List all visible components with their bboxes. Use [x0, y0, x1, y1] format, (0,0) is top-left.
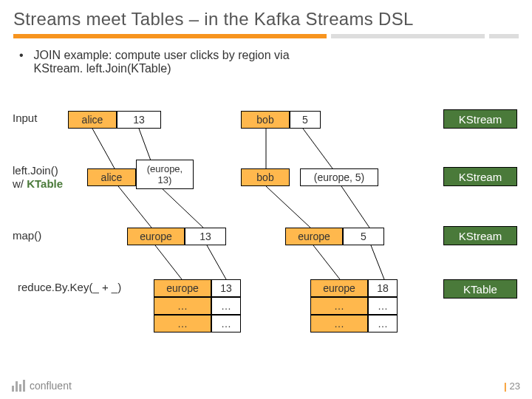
cell-lj-e5: (europe, 5)	[300, 168, 378, 186]
cell-lj-alice: alice	[87, 168, 136, 186]
cell-r1-r0: …	[310, 297, 368, 315]
cell-r2-r0: …	[310, 315, 368, 332]
bullet-dot: •	[19, 49, 24, 75]
svg-line-11	[371, 245, 384, 279]
cell-map-5: 5	[343, 228, 384, 245]
svg-line-3	[303, 129, 332, 168]
cell-map-13: 13	[185, 228, 226, 245]
cell-r0-r0: europe	[310, 279, 368, 297]
badge-input: KStream	[443, 109, 517, 129]
bullet-line-2: KStream. left.Join(KTable)	[34, 62, 290, 75]
cell-r1-r1: …	[368, 297, 398, 315]
logo: confluent	[12, 380, 72, 392]
label-input: Input	[13, 112, 37, 124]
svg-line-8	[155, 245, 182, 279]
badge-map: KStream	[443, 226, 517, 245]
cell-input-bob: bob	[241, 111, 290, 129]
badge-leftjoin: KStream	[443, 167, 517, 186]
slide-title: Streams meet Tables – in the Kafka Strea…	[0, 0, 532, 34]
cell-input-13: 13	[117, 111, 161, 129]
footer: confluent |23	[0, 372, 532, 399]
page-number: |23	[504, 381, 520, 392]
svg-line-5	[160, 186, 203, 228]
cell-input-5: 5	[290, 111, 321, 129]
logo-icon	[12, 380, 25, 392]
cell-r0-r1: 18	[368, 279, 398, 297]
cell-r2-r1: …	[368, 315, 398, 332]
bullet-line-1: JOIN example: compute user clicks by reg…	[34, 49, 290, 62]
svg-line-10	[313, 245, 340, 279]
cell-map-e2: europe	[285, 228, 343, 245]
cell-r2-l0: …	[154, 315, 211, 332]
cell-r1-l1: …	[211, 297, 241, 315]
cell-lj-e13: (europe, 13)	[136, 160, 194, 189]
label-reduce: reduce.By.Key(_ + _)	[18, 281, 121, 293]
label-map: map()	[13, 229, 41, 242]
svg-line-9	[207, 245, 226, 279]
svg-line-6	[266, 186, 310, 228]
label-leftjoin-2: w/ KTable	[13, 177, 63, 190]
svg-line-4	[118, 186, 151, 228]
cell-r0-l1: 13	[211, 279, 241, 297]
bullet-item: • JOIN example: compute user clicks by r…	[0, 38, 532, 78]
cell-map-e1: europe	[127, 228, 185, 245]
cell-lj-bob: bob	[241, 168, 290, 186]
cell-r2-l1: …	[211, 315, 241, 332]
brand-text: confluent	[30, 380, 72, 392]
title-underline	[13, 34, 519, 38]
cell-input-alice: alice	[68, 111, 117, 129]
cell-r1-l0: …	[154, 297, 211, 315]
svg-line-0	[92, 129, 115, 168]
badge-reduce: KTable	[443, 279, 517, 299]
svg-line-7	[341, 186, 369, 228]
label-leftjoin-1: left.Join()	[13, 164, 58, 177]
cell-r0-l0: europe	[154, 279, 211, 297]
